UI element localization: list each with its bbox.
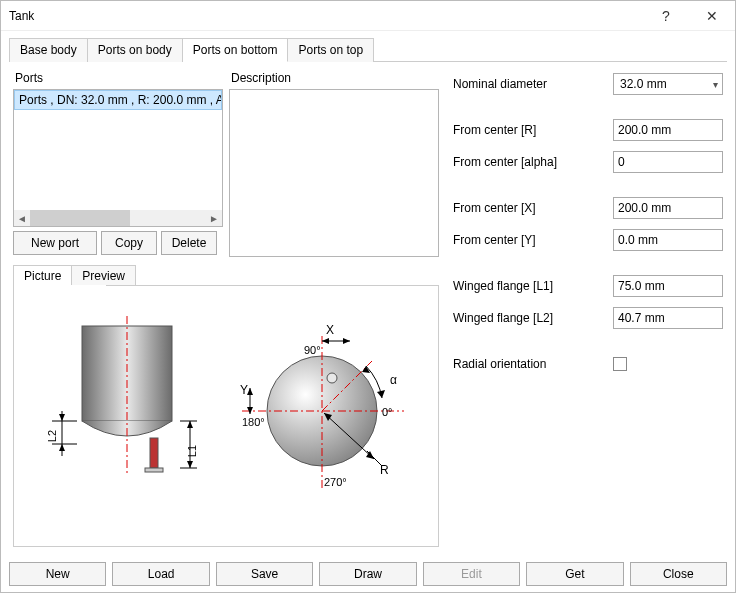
label-from-center-x: From center [X] bbox=[453, 201, 613, 215]
label-winged-flange-l1: Winged flange [L1] bbox=[453, 279, 613, 293]
help-icon: ? bbox=[662, 8, 670, 24]
new-button[interactable]: New bbox=[9, 562, 106, 586]
svg-rect-2 bbox=[145, 468, 163, 472]
svg-marker-7 bbox=[187, 421, 193, 428]
delete-port-button[interactable]: Delete bbox=[161, 231, 217, 255]
load-button[interactable]: Load bbox=[112, 562, 209, 586]
nominal-diameter-value: 32.0 mm bbox=[620, 77, 667, 91]
ports-listbox[interactable]: Ports , DN: 32.0 mm , R: 200.0 mm , A: 0… bbox=[13, 89, 223, 227]
close-button[interactable]: Close bbox=[630, 562, 727, 586]
edit-button[interactable]: Edit bbox=[423, 562, 520, 586]
tab-preview[interactable]: Preview bbox=[72, 265, 136, 287]
winged-flange-l2-input[interactable] bbox=[613, 307, 723, 329]
diagram-y-label: Y bbox=[240, 383, 248, 397]
svg-rect-0 bbox=[82, 326, 172, 421]
label-winged-flange-l2: Winged flange [L2] bbox=[453, 311, 613, 325]
diagram-l2-label: L2 bbox=[46, 430, 58, 442]
picture-tabs: Picture Preview bbox=[13, 265, 136, 287]
svg-point-18 bbox=[327, 373, 337, 383]
diagram-x-label: X bbox=[326, 323, 334, 337]
window-title: Tank bbox=[9, 9, 34, 23]
svg-marker-12 bbox=[59, 414, 65, 421]
close-window-button[interactable]: ✕ bbox=[689, 1, 735, 31]
scroll-left-icon[interactable]: ◄ bbox=[14, 210, 30, 226]
label-from-center-y: From center [Y] bbox=[453, 233, 613, 247]
list-item[interactable]: Ports , DN: 32.0 mm , R: 200.0 mm , A: 0 bbox=[14, 90, 222, 110]
diagram-l1-label: L1 bbox=[186, 445, 198, 457]
nominal-diameter-select[interactable]: 32.0 mm ▾ bbox=[613, 73, 723, 95]
radial-orientation-checkbox[interactable] bbox=[613, 357, 627, 371]
svg-marker-25 bbox=[377, 390, 385, 398]
diagram-r-label: R bbox=[380, 463, 389, 477]
diagram-0-label: 0° bbox=[382, 406, 393, 418]
scroll-track[interactable] bbox=[30, 210, 206, 226]
new-port-button[interactable]: New port bbox=[13, 231, 97, 255]
svg-rect-1 bbox=[150, 438, 158, 468]
svg-marker-21 bbox=[343, 338, 350, 344]
label-nominal-diameter: Nominal diameter bbox=[453, 77, 613, 91]
label-radial-orientation: Radial orientation bbox=[453, 357, 613, 371]
svg-marker-13 bbox=[59, 444, 65, 451]
label-from-center-alpha: From center [alpha] bbox=[453, 155, 613, 169]
diagram-180-label: 180° bbox=[242, 416, 265, 428]
dialog-tank: Tank ? ✕ Base body Ports on body Ports o… bbox=[0, 0, 736, 593]
diagram-270-label: 270° bbox=[324, 476, 347, 488]
copy-port-button[interactable]: Copy bbox=[101, 231, 157, 255]
diagram-90-label: 90° bbox=[304, 344, 321, 356]
draw-button[interactable]: Draw bbox=[319, 562, 416, 586]
get-button[interactable]: Get bbox=[526, 562, 623, 586]
winged-flange-l1-input[interactable] bbox=[613, 275, 723, 297]
from-center-x-input[interactable] bbox=[613, 197, 723, 219]
diagram-alpha-label: α bbox=[390, 373, 397, 387]
picture-panel: L1 L2 X bbox=[13, 285, 439, 547]
dialog-body: Ports Description Ports , DN: 32.0 mm , … bbox=[9, 59, 727, 556]
svg-marker-20 bbox=[322, 338, 329, 344]
from-center-alpha-input[interactable] bbox=[613, 151, 723, 173]
description-label: Description bbox=[231, 71, 291, 85]
titlebar: Tank ? ✕ bbox=[1, 1, 735, 31]
close-icon: ✕ bbox=[706, 8, 718, 24]
scroll-thumb[interactable] bbox=[30, 210, 130, 226]
help-button[interactable]: ? bbox=[643, 1, 689, 31]
tab-picture[interactable]: Picture bbox=[13, 265, 72, 287]
chevron-down-icon: ▾ bbox=[713, 79, 718, 90]
label-from-center-r: From center [R] bbox=[453, 123, 613, 137]
port-form: Nominal diameter 32.0 mm ▾ From center [… bbox=[453, 71, 727, 383]
scroll-right-icon[interactable]: ► bbox=[206, 210, 222, 226]
description-textbox[interactable] bbox=[229, 89, 439, 257]
save-button[interactable]: Save bbox=[216, 562, 313, 586]
svg-marker-8 bbox=[187, 461, 193, 468]
ports-button-row: New port Copy Delete bbox=[13, 231, 217, 255]
ports-label: Ports bbox=[15, 71, 43, 85]
from-center-y-input[interactable] bbox=[613, 229, 723, 251]
footer-buttons: New Load Save Draw Edit Get Close bbox=[9, 562, 727, 586]
ports-list-scrollbar[interactable]: ◄ ► bbox=[14, 210, 222, 226]
port-diagram: L1 L2 X bbox=[32, 316, 422, 526]
from-center-r-input[interactable] bbox=[613, 119, 723, 141]
